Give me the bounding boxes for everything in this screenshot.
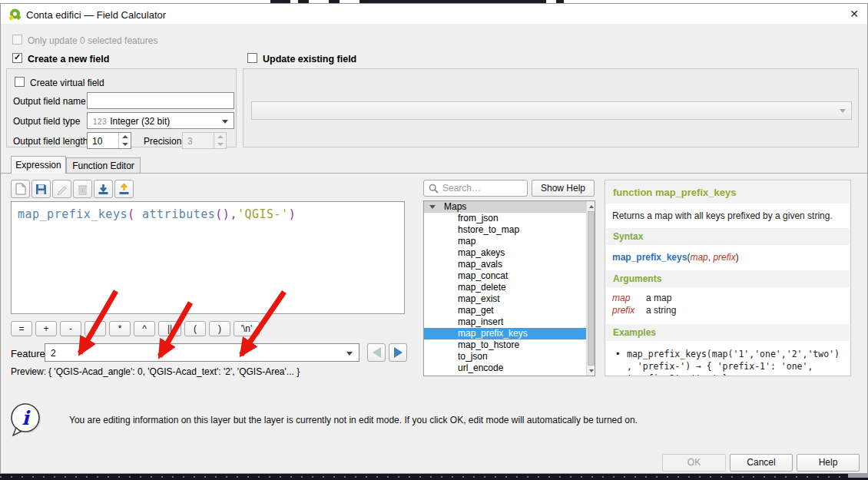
output-field-name-value[interactable]: [88, 93, 234, 108]
function-item-map[interactable]: map: [424, 236, 587, 247]
function-item-map_akeys[interactable]: map_akeys: [424, 247, 587, 259]
tree-scrollbar[interactable]: [586, 201, 595, 376]
ok-button[interactable]: OK: [662, 454, 726, 472]
help-button[interactable]: Help: [797, 454, 860, 472]
operator-button-5[interactable]: *: [109, 321, 131, 336]
import-down-arrow-icon: [98, 184, 109, 195]
only-update-selected-checkbox[interactable]: [12, 35, 22, 45]
previous-feature-button[interactable]: [367, 343, 386, 362]
tab-function-editor[interactable]: Function Editor: [66, 157, 141, 174]
operator-button-2[interactable]: +: [35, 321, 57, 336]
spin-up-icon: [122, 135, 128, 138]
create-virtual-field-checkbox[interactable]: [15, 77, 25, 87]
pencil-icon: [56, 184, 68, 195]
feature-combo[interactable]: 2: [45, 343, 359, 362]
operator-button-7[interactable]: ||: [158, 321, 181, 336]
argument-description: a string: [646, 305, 676, 316]
function-item-map_insert[interactable]: map_insert: [424, 316, 587, 328]
operator-button-6[interactable]: ^: [134, 321, 155, 336]
save-icon: [35, 184, 47, 195]
search-input[interactable]: [442, 180, 525, 196]
operator-button-8[interactable]: (: [184, 321, 206, 336]
spin-down-icon: [217, 143, 224, 146]
feature-value: 2: [51, 348, 56, 359]
spinner-buttons[interactable]: [214, 133, 226, 148]
function-item-map_concat[interactable]: map_concat: [424, 270, 587, 282]
import-expressions-button[interactable]: [94, 180, 113, 198]
function-item-map_get[interactable]: map_get: [424, 305, 587, 316]
create-new-field-checkbox[interactable]: ✓: [12, 53, 22, 63]
trash-icon: [78, 184, 88, 195]
show-help-button[interactable]: Show Help: [532, 180, 595, 197]
scrollbar-thumb[interactable]: [588, 211, 595, 366]
integer-type-icon: 123: [93, 118, 107, 126]
feature-label: Feature: [11, 348, 45, 359]
operator-button-10[interactable]: '\n': [234, 321, 260, 336]
function-item-to_json[interactable]: to_json: [424, 351, 587, 362]
spin-down-icon: [122, 143, 128, 146]
output-field-type-combo[interactable]: 123Integer (32 bit): [87, 112, 234, 129]
operator-button-9[interactable]: ): [209, 321, 230, 336]
operator-button-3[interactable]: -: [60, 321, 81, 336]
precision-spinner[interactable]: 3: [182, 132, 227, 149]
expander-triangle-icon[interactable]: [429, 205, 436, 209]
function-item-map_to_hstore[interactable]: map_to_hstore: [424, 339, 587, 351]
title-bar: Conta edifici — Field Calculator ✕: [0, 3, 868, 24]
info-bubble-icon: i: [9, 400, 43, 439]
preview-value: { 'QGIS-Acad_angle': 0, 'QGIS-Acad_text'…: [48, 366, 300, 377]
export-expressions-button[interactable]: [114, 180, 134, 198]
next-feature-button[interactable]: [389, 343, 407, 362]
expression-token: ): [289, 207, 297, 221]
help-examples-header: Examples: [606, 324, 850, 341]
expression-token: ,: [230, 207, 237, 221]
delete-expression-button[interactable]: [73, 180, 92, 198]
cancel-button[interactable]: Cancel: [730, 454, 793, 472]
background-app-bottom-strip: [0, 474, 868, 480]
function-help-panel: function map_prefix_keys Returns a map w…: [605, 180, 851, 376]
argument-row: mapa map: [612, 293, 843, 303]
function-item-map_avals[interactable]: map_avals: [424, 259, 587, 270]
help-description: Returns a map with all keys prefixed by …: [605, 204, 850, 228]
search-icon: [429, 184, 439, 194]
operator-button-1[interactable]: =: [11, 321, 32, 336]
help-syntax-header: Syntax: [606, 228, 850, 245]
function-group-maps[interactable]: Maps: [424, 201, 587, 213]
expression-token: 'QGIS-': [237, 207, 289, 221]
function-item-from_json[interactable]: from_json: [424, 213, 587, 224]
existing-field-combo[interactable]: [251, 101, 852, 120]
spin-up-icon: [217, 135, 224, 138]
expression-token: (: [128, 207, 135, 221]
argument-name: prefix: [612, 305, 646, 316]
function-item-map_prefix_keys[interactable]: map_prefix_keys: [424, 328, 587, 339]
checkmark: ✓: [14, 52, 21, 61]
output-field-length-label: Output field length: [13, 136, 88, 147]
close-button[interactable]: ✕: [843, 5, 865, 22]
output-field-name-input[interactable]: [87, 92, 234, 109]
scroll-down-icon[interactable]: [587, 366, 595, 376]
group-label: Maps: [444, 201, 466, 212]
function-item-hstore_to_map[interactable]: hstore_to_map: [424, 224, 587, 236]
update-existing-field-checkbox[interactable]: [247, 53, 257, 63]
precision-label: Precision: [144, 136, 181, 147]
new-expression-button[interactable]: [11, 180, 30, 198]
precision-value: 3: [187, 136, 193, 147]
function-item-url_encode[interactable]: url_encode: [424, 362, 587, 374]
function-item-map_exist[interactable]: map_exist: [424, 293, 587, 305]
save-expression-button[interactable]: [31, 180, 51, 198]
field-calculator-dialog: Conta edifici — Field Calculator ✕ Only …: [0, 0, 868, 480]
function-search[interactable]: [423, 180, 528, 197]
help-arguments-table: mapa mapprefixa string: [605, 287, 850, 324]
export-up-arrow-icon: [118, 184, 130, 195]
expression-editor[interactable]: map_prefix_keys( attributes(),'QGIS-'): [11, 201, 405, 314]
function-item-map_delete[interactable]: map_delete: [424, 282, 587, 293]
tab-expression[interactable]: Expression: [11, 156, 66, 174]
scroll-up-icon[interactable]: [587, 201, 595, 211]
spinner-buttons[interactable]: [118, 133, 131, 148]
edit-expression-button[interactable]: [52, 180, 71, 198]
next-arrow-icon: [394, 347, 403, 358]
operator-button-4[interactable]: /: [84, 321, 106, 336]
create-new-field-label: Create a new field: [28, 54, 109, 65]
window-title: Conta edifici — Field Calculator: [26, 9, 166, 21]
output-field-length-spinner[interactable]: 10: [87, 132, 131, 149]
help-syntax-line: map_prefix_keys(map, prefix): [605, 245, 850, 270]
